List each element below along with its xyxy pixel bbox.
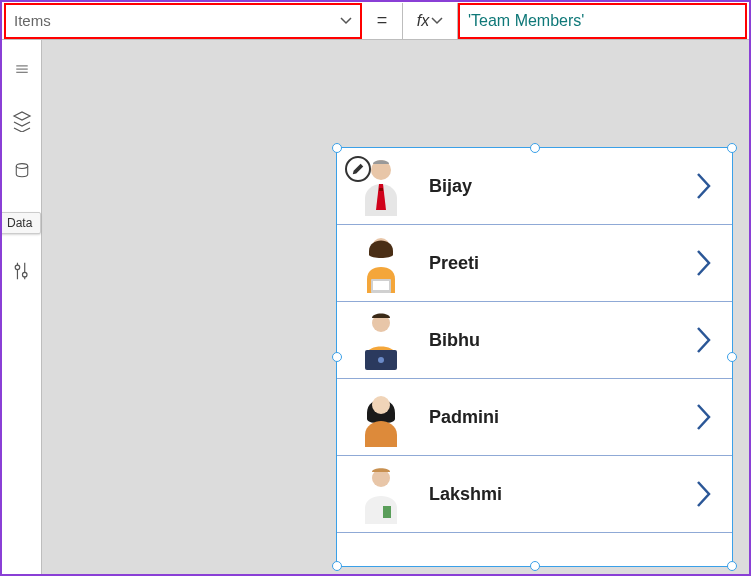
item-name: Preeti — [429, 253, 674, 274]
left-rail: Data — [2, 40, 42, 574]
item-name: Bijay — [429, 176, 674, 197]
item-name: Lakshmi — [429, 484, 674, 505]
resize-handle[interactable] — [530, 561, 540, 571]
chevron-right-icon[interactable] — [696, 249, 712, 277]
resize-handle[interactable] — [332, 352, 342, 362]
resize-handle[interactable] — [530, 143, 540, 153]
item-name: Bibhu — [429, 330, 674, 351]
svg-rect-7 — [379, 188, 383, 191]
equals-label: = — [362, 10, 402, 31]
chevron-down-icon — [431, 15, 443, 27]
property-dropdown[interactable]: Items — [4, 3, 362, 39]
resize-handle[interactable] — [727, 352, 737, 362]
formula-text: 'Team Members' — [468, 12, 584, 30]
list-item[interactable]: Lakshmi — [337, 456, 732, 533]
svg-point-14 — [372, 396, 390, 414]
pencil-icon — [351, 162, 365, 176]
list-item[interactable]: Preeti — [337, 225, 732, 302]
list-item[interactable]: Bibhu — [337, 302, 732, 379]
hamburger-icon[interactable] — [11, 60, 33, 82]
resize-handle[interactable] — [332, 143, 342, 153]
svg-point-5 — [22, 272, 27, 277]
svg-rect-16 — [383, 506, 391, 518]
settings-icon[interactable] — [11, 260, 33, 282]
data-icon[interactable] — [11, 160, 33, 182]
resize-handle[interactable] — [727, 561, 737, 571]
fx-label: fx — [417, 12, 429, 30]
svg-point-0 — [16, 164, 27, 169]
chevron-right-icon[interactable] — [696, 480, 712, 508]
data-tooltip: Data — [0, 212, 41, 234]
avatar — [355, 233, 407, 293]
fx-button[interactable]: fx — [402, 3, 458, 39]
property-label: Items — [14, 12, 51, 29]
svg-point-13 — [378, 357, 384, 363]
chevron-right-icon[interactable] — [696, 403, 712, 431]
formula-input[interactable]: 'Team Members' — [458, 3, 747, 39]
tree-view-icon[interactable] — [11, 110, 33, 132]
chevron-down-icon — [340, 15, 352, 27]
chevron-right-icon[interactable] — [696, 326, 712, 354]
avatar — [355, 387, 407, 447]
edit-template-button[interactable] — [345, 156, 371, 182]
main-area: Data — [2, 40, 749, 574]
canvas[interactable]: Bijay Preeti Bibhu — [42, 40, 749, 574]
resize-handle[interactable] — [332, 561, 342, 571]
svg-rect-10 — [373, 281, 389, 290]
list-item[interactable]: Bijay — [337, 148, 732, 225]
list-item[interactable]: Padmini — [337, 379, 732, 456]
svg-point-4 — [15, 265, 20, 270]
resize-handle[interactable] — [727, 143, 737, 153]
chevron-right-icon[interactable] — [696, 172, 712, 200]
avatar — [355, 464, 407, 524]
avatar — [355, 310, 407, 370]
formula-bar: Items = fx 'Team Members' — [2, 2, 749, 40]
item-name: Padmini — [429, 407, 674, 428]
gallery-control[interactable]: Bijay Preeti Bibhu — [337, 148, 732, 566]
